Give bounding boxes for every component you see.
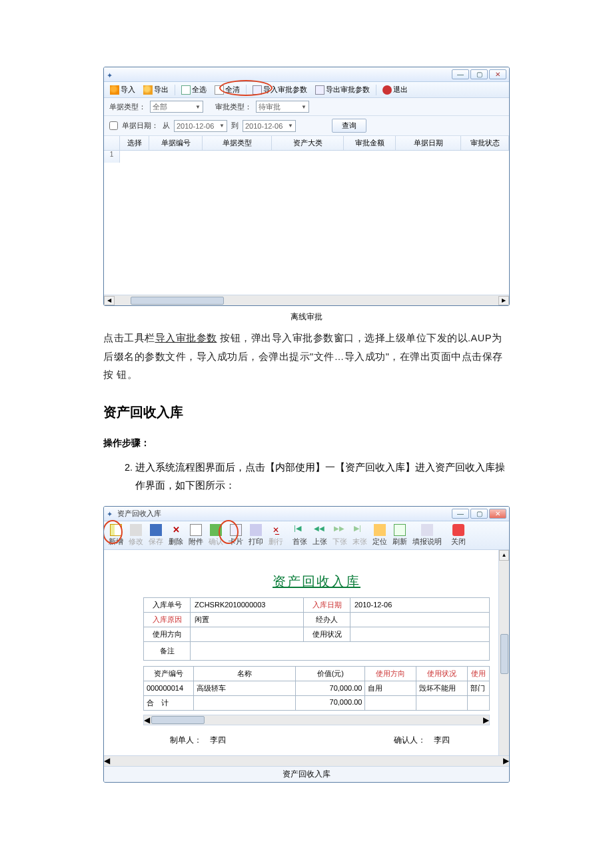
in-no-value[interactable]: ZCHSRK2010000003 — [191, 597, 304, 612]
asset-recycle-window: 资产回收入库 — ▢ ✕ 新增 修改 保存 删除 附件 确认 卡片 打印 删行 … — [103, 506, 510, 783]
col-doc-date[interactable]: 单据日期 — [396, 136, 461, 150]
remark-value[interactable] — [191, 641, 490, 660]
col-doc-no[interactable]: 单据编号 — [149, 136, 203, 150]
window-hscroll[interactable]: ◀ ▶ — [104, 755, 509, 766]
close-button[interactable]: 关闭 — [449, 523, 468, 547]
filter-row-1: 单据类型： 全部▼ 审批类型： 待审批▼ — [104, 98, 509, 116]
steps-list: 进入系统流程图界面后，点击【内部使用】一【资产回收入库】进入资产回收入库操作界面… — [135, 459, 510, 495]
import-icon — [110, 85, 119, 95]
help-button[interactable]: 填报说明 — [410, 523, 444, 547]
table-row[interactable]: 000000014 高级轿车 70,000.00 自用 毁坏不能用 部门 — [144, 681, 490, 695]
direction-label: 使用方向 — [144, 627, 191, 641]
th-user[interactable]: 使用 — [468, 666, 490, 681]
last-button[interactable]: 末张 — [350, 523, 369, 547]
minimize-button[interactable]: — — [452, 69, 469, 79]
first-icon — [294, 524, 306, 536]
th-status[interactable]: 使用状况 — [416, 666, 468, 681]
new-button[interactable]: 新增 — [107, 523, 125, 547]
scroll-left-icon[interactable]: ◀ — [104, 296, 115, 305]
confirm-value: 李四 — [434, 735, 450, 746]
th-value[interactable]: 价值(元) — [296, 666, 365, 681]
confirm-button[interactable]: 确认 — [207, 523, 225, 547]
horizontal-scrollbar[interactable]: ◀ ▶ — [104, 295, 509, 305]
scroll-right-icon[interactable]: ▶ — [503, 756, 509, 765]
import-button[interactable]: 导入 — [108, 84, 137, 95]
close-button[interactable]: ✕ — [489, 509, 506, 519]
locate-button[interactable]: 定位 — [370, 523, 389, 547]
first-button[interactable]: 首张 — [291, 523, 309, 547]
to-date-input[interactable]: 2010-12-06▼ — [243, 120, 296, 132]
attachment-button[interactable]: 附件 — [187, 523, 205, 547]
minimize-button[interactable]: — — [452, 509, 469, 519]
delete-row-button[interactable]: 删行 — [267, 523, 285, 547]
prev-button[interactable]: 上张 — [310, 523, 329, 547]
export-button[interactable]: 导出 — [141, 84, 171, 95]
paragraph-1: 点击工具栏导入审批参数 按钮，弹出导入审批参数窗口，选择上级单位下发的以.AUP… — [103, 329, 510, 385]
modify-button[interactable]: 修改 — [127, 523, 145, 547]
locate-icon — [374, 524, 386, 536]
window-controls: — ▢ ✕ — [452, 509, 506, 519]
print-button[interactable]: 打印 — [247, 523, 265, 547]
handler-value[interactable] — [350, 612, 490, 627]
refresh-button[interactable]: 刷新 — [390, 523, 409, 547]
to-label: 到 — [231, 121, 239, 131]
modify-icon — [130, 524, 142, 536]
col-select[interactable]: 选择 — [120, 136, 149, 150]
col-asset-cat[interactable]: 资产大类 — [272, 136, 344, 150]
scroll-up-icon[interactable]: ▲ — [499, 550, 509, 561]
reason-value[interactable]: 闲置 — [191, 612, 304, 627]
sum-value: 70,000.00 — [296, 695, 365, 710]
scroll-right-icon[interactable]: ▶ — [483, 715, 489, 725]
vertical-scrollbar[interactable]: ▲ — [498, 550, 509, 755]
query-button[interactable]: 查询 — [332, 119, 366, 133]
next-button[interactable]: 下张 — [330, 523, 349, 547]
save-button[interactable]: 保存 — [147, 523, 165, 547]
toolbar: 导入 导出 全选 全清 导入审批参数 导出审批参数 退出 — [104, 82, 509, 98]
status-value[interactable] — [350, 627, 490, 641]
import-params-button[interactable]: 导入审批参数 — [251, 84, 309, 95]
export-params-button[interactable]: 导出审批参数 — [313, 84, 372, 95]
approvetype-label: 审批类型： — [215, 102, 252, 112]
window-controls: — ▢ ✕ — [452, 69, 506, 79]
th-asset-no[interactable]: 资产编号 — [144, 666, 194, 681]
in-no-label: 入库单号 — [144, 597, 191, 612]
maximize-button[interactable]: ▢ — [470, 69, 488, 79]
scroll-left-icon[interactable]: ◀ — [144, 715, 150, 725]
exit-button[interactable]: 退出 — [380, 84, 410, 95]
scroll-thumb[interactable] — [500, 634, 508, 674]
col-doc-type[interactable]: 单据类型 — [203, 136, 272, 150]
scroll-left-icon[interactable]: ◀ — [104, 756, 110, 765]
scroll-thumb[interactable] — [151, 716, 205, 724]
approvetype-select[interactable]: 待审批▼ — [256, 101, 309, 113]
col-approve-amt[interactable]: 审批金额 — [344, 136, 396, 150]
doctype-select[interactable]: 全部▼ — [150, 101, 203, 113]
maximize-button[interactable]: ▢ — [470, 509, 488, 519]
cell-status: 毁坏不能用 — [416, 681, 468, 695]
scroll-thumb[interactable] — [131, 297, 224, 305]
from-date-input[interactable]: 2010-12-06▼ — [174, 120, 227, 132]
th-name[interactable]: 名称 — [193, 666, 296, 681]
window-title: 资产回收入库 — [117, 509, 161, 519]
col-approve-status[interactable]: 审批状态 — [461, 136, 509, 150]
direction-value[interactable] — [191, 627, 304, 641]
confirm-icon — [210, 524, 222, 536]
close-button[interactable]: ✕ — [489, 69, 506, 79]
maker-value: 李四 — [210, 735, 226, 746]
chevron-down-icon: ▼ — [219, 123, 225, 129]
maker-label: 制单人： — [170, 735, 202, 746]
grid-hscroll[interactable]: ◀ ▶ — [143, 715, 490, 725]
clearall-button[interactable]: 全清 — [213, 84, 242, 95]
delete-button[interactable]: 删除 — [167, 523, 185, 547]
app-icon — [107, 71, 115, 79]
new-icon — [110, 524, 122, 536]
scroll-right-icon[interactable]: ▶ — [498, 296, 509, 305]
from-label: 从 — [163, 121, 170, 131]
selectall-icon — [181, 85, 191, 95]
grid-body: 1 — [104, 151, 509, 295]
card-button[interactable]: 卡片 — [227, 523, 245, 547]
doc-date-checkbox[interactable] — [109, 121, 118, 130]
selectall-button[interactable]: 全选 — [179, 84, 209, 95]
in-date-value[interactable]: 2010-12-06 — [350, 597, 490, 612]
cell-asset-no: 000000014 — [144, 681, 194, 695]
th-direction[interactable]: 使用方向 — [365, 666, 416, 681]
